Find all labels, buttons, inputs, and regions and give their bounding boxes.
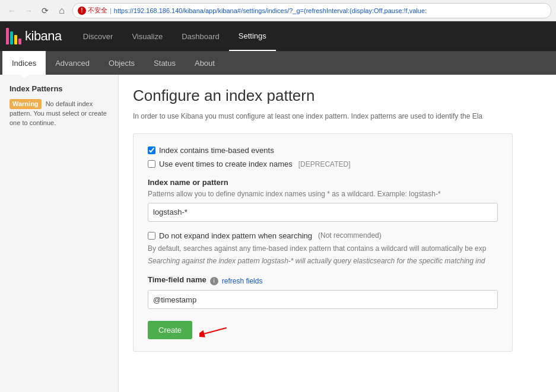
time-field-section: Time-field name i refresh fields [148, 275, 498, 309]
refresh-button[interactable]: ⟳ [38, 4, 52, 18]
time-based-label: Index contains time-based events [159, 146, 274, 155]
settings-nav-status[interactable]: Status [144, 51, 185, 75]
settings-nav-about[interactable]: About [185, 51, 224, 75]
url-divider: | [110, 7, 112, 14]
time-based-row: Index contains time-based events [148, 146, 498, 155]
nav-discover[interactable]: Discover [74, 21, 123, 51]
kibana-logo: kibana [6, 28, 62, 44]
url-text: https://192.168.186.140/kibana/app/kiban… [114, 7, 427, 14]
warning-badge: Warning [9, 99, 42, 109]
event-times-checkbox[interactable] [148, 160, 155, 168]
logo-bar-1 [6, 28, 9, 44]
logo-bars [6, 28, 21, 44]
sidebar-title: Index Patterns [0, 82, 118, 98]
no-expand-section: Do not expand index pattern when searchi… [148, 231, 498, 266]
back-button[interactable]: ← [5, 4, 19, 18]
settings-nav-advanced[interactable]: Advanced [46, 51, 99, 75]
security-text: 不安全 [88, 6, 107, 15]
arrow-indicator [199, 321, 229, 339]
no-expand-row: Do not expand index pattern when searchi… [148, 231, 498, 240]
warning-block: Warning No default index pattern. You mu… [0, 98, 118, 128]
settings-nav-indices[interactable]: Indices [2, 51, 46, 75]
time-field-label: Time-field name [148, 275, 206, 284]
index-pattern-form: Index contains time-based events Use eve… [133, 133, 513, 352]
page-title: Configure an index pattern [133, 87, 542, 105]
logo-bar-3 [14, 35, 17, 44]
security-warning: ! 不安全 [78, 6, 107, 15]
create-area: Create [148, 321, 498, 339]
create-button[interactable]: Create [148, 321, 192, 339]
no-expand-checkbox[interactable] [148, 232, 155, 240]
expand-desc-1: By default, searches against any time-ba… [148, 244, 498, 254]
nav-visualize[interactable]: Visualize [122, 21, 172, 51]
arrow-svg [199, 321, 229, 339]
index-name-input[interactable] [148, 203, 498, 222]
svg-line-1 [204, 328, 227, 334]
no-expand-note: (Not recommended) [318, 231, 382, 240]
nav-buttons: ← → ⟳ ⌂ [5, 4, 69, 18]
refresh-fields-link[interactable]: refresh fields [222, 277, 263, 285]
event-times-row: Use event times to create index names [D… [148, 160, 498, 168]
content-area: Configure an index pattern In order to u… [119, 75, 556, 392]
settings-nav-objects[interactable]: Objects [99, 51, 144, 75]
no-expand-label: Do not expand index pattern when searchi… [159, 231, 312, 240]
home-button[interactable]: ⌂ [55, 4, 69, 18]
index-name-section: Index name or pattern Patterns allow you… [148, 178, 498, 222]
index-name-hint: Patterns allow you to define dynamic ind… [148, 189, 498, 199]
logo-bar-4 [18, 39, 21, 44]
deprecated-tag: [DEPRECATED] [298, 160, 351, 168]
index-name-label: Index name or pattern [148, 178, 498, 187]
info-icon[interactable]: i [210, 277, 218, 285]
app-navbar: kibana Discover Visualize Dashboard Sett… [0, 21, 556, 51]
intro-text: In order to use Kibana you must configur… [133, 111, 542, 122]
forward-button[interactable]: → [21, 4, 36, 18]
settings-navbar: Indices Advanced Objects Status About [0, 51, 556, 75]
nav-settings[interactable]: Settings [229, 21, 276, 51]
time-field-input[interactable] [148, 290, 498, 309]
main-navigation: Discover Visualize Dashboard Settings [74, 21, 276, 51]
time-field-header: Time-field name i refresh fields [148, 275, 498, 286]
main-layout: Index Patterns Warning No default index … [0, 75, 556, 392]
kibana-wordmark: kibana [25, 28, 62, 44]
logo-bar-2 [10, 31, 13, 44]
event-times-label: Use event times to create index names [159, 160, 293, 168]
warning-icon: ! [78, 7, 86, 15]
expand-desc-2: Searching against the index pattern logs… [148, 256, 498, 266]
time-based-checkbox[interactable] [148, 146, 155, 154]
browser-chrome: ← → ⟳ ⌂ ! 不安全 | https://192.168.186.140/… [0, 0, 556, 21]
sidebar: Index Patterns Warning No default index … [0, 75, 119, 392]
address-bar[interactable]: ! 不安全 | https://192.168.186.140/kibana/a… [72, 3, 551, 18]
nav-dashboard[interactable]: Dashboard [172, 21, 229, 51]
